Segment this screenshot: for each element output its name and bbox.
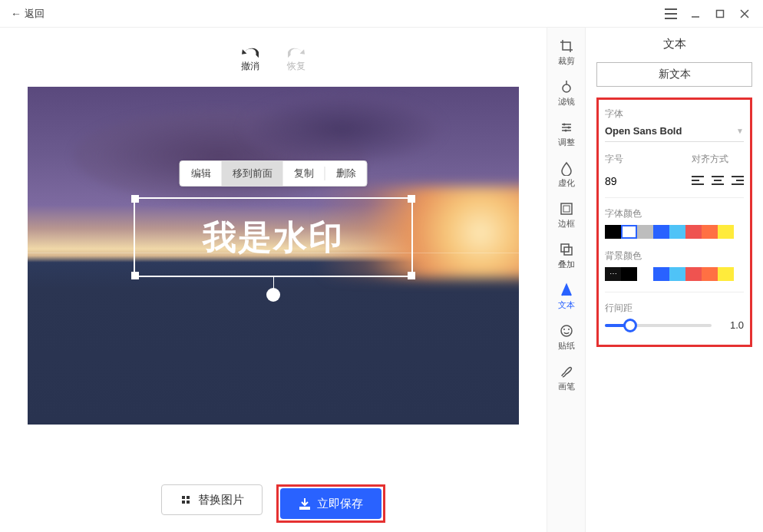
context-toolbar: 编辑 移到前面 复制 删除 xyxy=(180,160,368,187)
text-color-swatch-4[interactable] xyxy=(669,225,685,239)
svg-rect-8 xyxy=(564,247,572,255)
text-color-swatch-0[interactable] xyxy=(605,225,621,239)
bg-color-swatches xyxy=(605,267,744,281)
image-canvas[interactable]: 编辑 移到前面 复制 删除 我是水印 xyxy=(28,87,519,425)
font-select[interactable]: Open Sans Bold ▼ xyxy=(605,125,744,142)
redo-button[interactable]: 恢复 xyxy=(287,45,306,73)
svg-rect-5 xyxy=(561,203,572,214)
back-arrow-icon: ← xyxy=(11,8,21,20)
close-button[interactable] xyxy=(732,2,757,26)
svg-point-10 xyxy=(563,329,565,330)
tool-blur[interactable]: 虚化 xyxy=(548,157,585,192)
panel-title: 文本 xyxy=(596,37,752,51)
bg-color-swatch-1[interactable] xyxy=(621,267,637,281)
ctx-edit[interactable]: 编辑 xyxy=(180,161,222,186)
undo-label: 撤消 xyxy=(241,60,259,73)
svg-point-9 xyxy=(561,325,572,336)
tool-text[interactable]: 文本 xyxy=(548,279,585,314)
resize-handle-tr[interactable] xyxy=(408,195,415,203)
new-text-button[interactable]: 新文本 xyxy=(596,62,752,87)
bg-color-swatch-3[interactable] xyxy=(653,267,669,281)
svg-rect-6 xyxy=(563,206,570,212)
align-left-icon[interactable] xyxy=(692,175,704,187)
maximize-button[interactable] xyxy=(708,2,732,26)
text-color-swatch-6[interactable] xyxy=(702,225,718,239)
save-button[interactable]: 立即保存 xyxy=(280,488,382,519)
font-label: 字体 xyxy=(605,107,744,121)
tool-adjust[interactable]: 调整 xyxy=(548,117,585,151)
bg-color-swatch-6[interactable] xyxy=(702,267,718,281)
bg-color-label: 背景颜色 xyxy=(605,249,744,263)
line-height-label: 行间距 xyxy=(605,302,744,315)
bg-color-swatch-4[interactable] xyxy=(669,267,685,281)
titlebar: ← 返回 xyxy=(0,0,763,28)
font-name: Open Sans Bold xyxy=(605,125,682,137)
tool-overlay[interactable]: 叠加 xyxy=(548,239,585,273)
svg-point-2 xyxy=(563,124,565,126)
menu-button[interactable] xyxy=(659,2,683,26)
resize-handle-tl[interactable] xyxy=(131,195,139,203)
svg-point-4 xyxy=(564,130,566,132)
minimize-button[interactable] xyxy=(683,2,708,26)
bg-color-swatch-2[interactable] xyxy=(637,267,653,281)
text-layer-selection[interactable]: 我是水印 xyxy=(134,197,413,277)
svg-rect-0 xyxy=(717,10,724,17)
ctx-copy[interactable]: 复制 xyxy=(283,161,325,186)
bg-color-swatch-0[interactable] xyxy=(605,267,621,281)
bg-color-swatch-7[interactable] xyxy=(718,267,734,281)
svg-rect-7 xyxy=(561,244,569,252)
ctx-delete[interactable]: 删除 xyxy=(325,161,367,186)
text-panel: 文本 新文本 字体 Open Sans Bold ▼ 字号 对齐方式 xyxy=(585,28,763,532)
tool-sticker[interactable]: 贴纸 xyxy=(548,320,585,355)
save-label: 立即保存 xyxy=(317,497,363,511)
font-size-input[interactable] xyxy=(605,175,643,188)
tool-filter[interactable]: 滤镜 xyxy=(548,76,585,111)
bg-color-swatch-5[interactable] xyxy=(685,267,702,281)
slider-thumb[interactable] xyxy=(623,319,637,332)
replace-label: 替换图片 xyxy=(198,493,244,507)
tool-crop[interactable]: 裁剪 xyxy=(548,35,585,70)
save-highlight: 立即保存 xyxy=(276,484,385,523)
back-button[interactable]: ← 返回 xyxy=(6,5,49,22)
chevron-down-icon: ▼ xyxy=(736,127,744,135)
text-color-swatch-1[interactable] xyxy=(621,225,637,239)
text-color-swatch-5[interactable] xyxy=(685,225,702,239)
redo-label: 恢复 xyxy=(287,60,306,73)
text-color-swatches xyxy=(605,225,744,239)
tool-brush[interactable]: 画笔 xyxy=(548,361,585,395)
text-color-swatch-7[interactable] xyxy=(718,225,734,239)
canvas-area: 撤消 恢复 编辑 移到前面 复制 删除 我是水印 xyxy=(0,28,547,532)
back-label: 返回 xyxy=(25,7,45,21)
bottom-bar: 替换图片 立即保存 xyxy=(0,484,547,523)
text-color-label: 字体颜色 xyxy=(605,207,744,220)
watermark-text: 我是水印 xyxy=(203,215,344,260)
tool-border[interactable]: 边框 xyxy=(548,198,585,233)
align-center-icon[interactable] xyxy=(712,175,724,187)
align-right-icon[interactable] xyxy=(732,175,744,187)
replace-image-button[interactable]: 替换图片 xyxy=(161,484,263,515)
resize-handle-br[interactable] xyxy=(408,272,415,279)
rotate-handle[interactable] xyxy=(266,288,280,302)
text-color-swatch-3[interactable] xyxy=(653,225,669,239)
resize-handle-bl[interactable] xyxy=(131,272,139,279)
properties-highlight: 字体 Open Sans Bold ▼ 字号 对齐方式 xyxy=(596,97,752,347)
svg-point-3 xyxy=(567,127,570,129)
line-height-value: 1.0 xyxy=(719,319,744,331)
svg-point-1 xyxy=(563,84,570,92)
align-label: 对齐方式 xyxy=(692,153,744,166)
svg-point-11 xyxy=(568,329,570,330)
undo-button[interactable]: 撤消 xyxy=(241,45,259,73)
tool-rail: 裁剪 滤镜 调整 虚化 边框 叠加 文本 贴纸 xyxy=(547,28,585,532)
text-color-swatch-2[interactable] xyxy=(637,225,653,239)
line-height-slider[interactable] xyxy=(605,324,712,327)
ctx-bring-front[interactable]: 移到前面 xyxy=(222,161,283,186)
size-label: 字号 xyxy=(605,153,643,166)
